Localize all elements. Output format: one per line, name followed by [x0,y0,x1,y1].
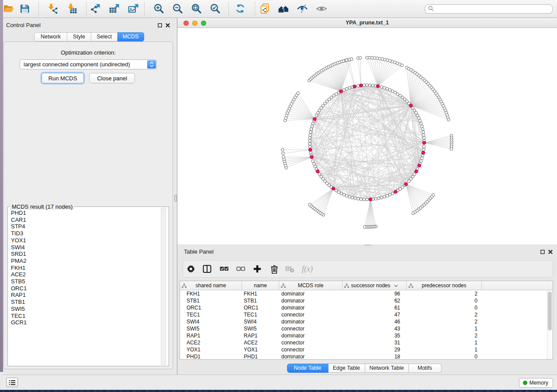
tab-node-table[interactable]: Node Table [287,364,328,373]
zoom-in-icon[interactable] [153,3,165,14]
cell[interactable]: dominator [279,290,343,297]
tab-network[interactable]: Network [34,32,67,41]
cell[interactable]: connector [279,339,343,346]
mcds-node-item[interactable]: SWI4 [11,244,159,251]
import-table-icon[interactable] [66,3,78,14]
tab-motifs[interactable]: Motifs [408,364,441,373]
cell[interactable]: RAP1 [242,332,279,339]
cell[interactable]: 35 [343,332,407,339]
cell[interactable]: ORC1 [242,304,279,311]
cell[interactable]: 29 [343,346,407,353]
deselect-all-icon[interactable] [236,264,246,274]
table-scrollbar[interactable] [547,290,553,359]
cell[interactable]: 46 [343,318,407,325]
cell[interactable]: RAP1 [180,332,242,339]
cell[interactable]: STB1 [242,297,279,304]
search-input[interactable] [425,4,553,14]
select-all-icon[interactable] [219,264,229,274]
mcds-node-item[interactable]: PMA2 [11,258,159,265]
gear-icon[interactable] [186,264,196,274]
cell[interactable]: FKH1 [180,290,242,297]
float-panel-icon[interactable] [540,249,545,254]
columns-icon[interactable] [202,264,212,274]
import-network-icon[interactable] [47,3,58,14]
mcds-node-item[interactable]: ACE2 [11,271,159,278]
close-panel-icon[interactable] [165,23,170,28]
zoom-out-icon[interactable] [172,3,183,14]
cell[interactable]: 96 [343,290,407,297]
tab-network-table[interactable]: Network Table [365,364,408,373]
clone-network-icon[interactable] [259,3,271,14]
cell[interactable]: SWI4 [180,318,242,325]
cell[interactable]: SWI5 [242,325,279,332]
close-panel-button[interactable]: Close panel [89,73,135,83]
mcds-node-item[interactable]: GCR1 [11,319,159,326]
cell[interactable]: 1 [407,339,482,346]
export-table-icon[interactable] [109,3,120,14]
scrollbar-thumb[interactable] [548,292,552,330]
float-panel-icon[interactable] [157,23,162,28]
run-mcds-button[interactable]: Run MCDS [42,73,84,83]
mcds-node-item[interactable]: TEC1 [11,313,159,320]
cell[interactable]: STB1 [180,297,242,304]
hide-annotations-icon[interactable] [297,3,308,14]
tab-edge-table[interactable]: Edge Table [328,364,365,373]
table-row[interactable]: SWI4SWI4dominator462 [180,318,547,325]
mcds-node-item[interactable]: STP4 [11,223,159,230]
cell[interactable]: 18 [343,353,407,359]
network-graph[interactable] [177,28,557,244]
cell[interactable]: dominator [279,318,343,325]
table-row[interactable]: SWI5SWI5connector431 [180,325,547,332]
network-canvas[interactable] [177,28,557,244]
cell[interactable]: FKH1 [242,290,279,297]
table-row[interactable]: YOX1YOX1connector291 [180,346,547,353]
mcds-node-item[interactable]: SRD1 [11,251,159,258]
column-header-name[interactable]: name [242,281,279,290]
mcds-list-scrollbar[interactable] [161,208,166,365]
cell[interactable]: 62 [343,297,407,304]
cell[interactable]: 1 [407,325,482,332]
cell[interactable]: 2 [407,318,482,325]
cell[interactable]: 31 [343,339,407,346]
mcds-node-item[interactable]: TID3 [11,230,159,237]
cell[interactable]: connector [279,325,343,332]
cell[interactable]: connector [279,311,343,318]
mcds-node-item[interactable]: CAR1 [11,217,159,224]
cell[interactable]: dominator [279,304,343,311]
mcds-node-item[interactable]: STB1 [11,299,159,306]
cell[interactable]: SWI5 [180,325,242,332]
mcds-node-item[interactable]: FKH1 [11,265,159,272]
cell[interactable]: 0 [407,297,482,304]
close-panel-icon[interactable] [548,249,553,254]
memory-button[interactable]: Memory [519,378,553,388]
cell[interactable]: TEC1 [180,311,242,318]
export-network-icon[interactable] [90,3,101,14]
cell[interactable]: 2 [407,332,482,339]
cell[interactable]: 43 [343,325,407,332]
mcds-node-item[interactable]: STB5 [11,278,159,285]
cell[interactable]: ORC1 [180,304,242,311]
cell[interactable]: ACE2 [242,339,279,346]
mcds-node-item[interactable]: YOX1 [11,237,159,244]
table-row[interactable]: TEC1TEC1connector472 [180,311,547,318]
delete-icon[interactable] [270,264,279,274]
cell[interactable]: dominator [279,332,343,339]
export-image-icon[interactable] [128,3,139,14]
zoom-selected-icon[interactable] [210,3,221,14]
cell[interactable]: SWI4 [242,318,279,325]
cell[interactable]: TEC1 [242,311,279,318]
cell[interactable]: 0 [407,304,482,311]
mcds-node-item[interactable]: SWI5 [11,306,159,313]
mcds-node-item[interactable]: ORC1 [11,285,159,292]
table-row[interactable]: PHD1PHD1dominator180 [180,353,547,359]
cell[interactable]: 0 [407,353,482,359]
tab-select[interactable]: Select [91,32,118,41]
table-row[interactable]: RAP1RAP1dominator352 [180,332,547,339]
cell[interactable]: dominator [279,353,343,359]
show-graphics-icon[interactable] [316,3,327,14]
column-header-shared-name[interactable]: shared name [180,281,242,290]
table-row[interactable]: ORC1ORC1dominator610 [180,304,547,311]
cell[interactable]: connector [279,346,343,353]
table-row[interactable]: STB1STB1dominator620 [180,297,547,304]
cell[interactable]: 1 [407,346,482,353]
